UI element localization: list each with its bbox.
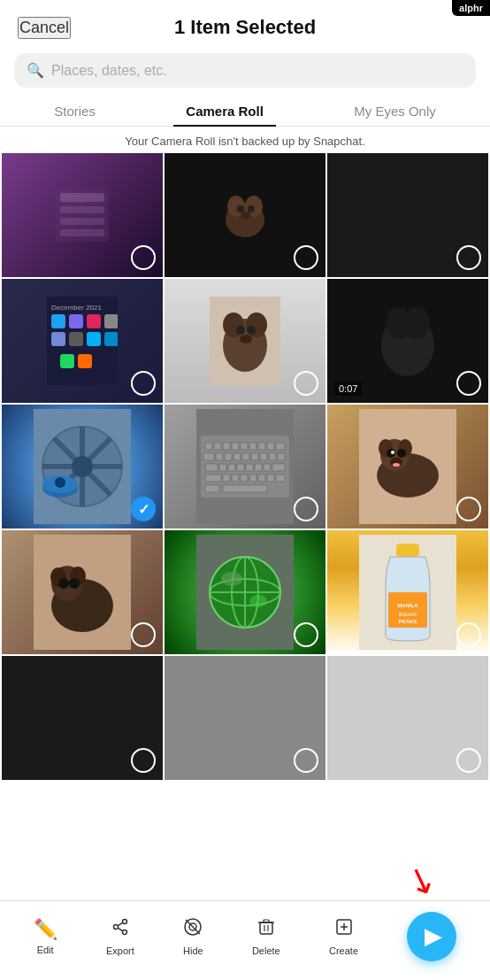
svg-rect-21	[60, 354, 74, 368]
svg-rect-18	[69, 332, 83, 346]
svg-rect-63	[278, 453, 285, 460]
svg-rect-48	[223, 443, 230, 450]
select-circle-11[interactable]	[294, 622, 318, 647]
grid-cell-13[interactable]	[2, 656, 163, 780]
search-bar[interactable]: 🔍 Places, dates, etc.	[14, 53, 476, 88]
grid-cell-11[interactable]	[165, 530, 325, 654]
svg-rect-59	[242, 453, 249, 460]
svg-point-27	[236, 326, 245, 335]
svg-text:BREAKS: BREAKS	[399, 612, 417, 617]
svg-point-88	[397, 449, 406, 458]
grid-cell-5[interactable]	[165, 279, 325, 403]
grid-cell-1[interactable]	[2, 153, 163, 277]
svg-rect-57	[225, 453, 232, 460]
page-title: 1 Item Selected	[174, 16, 316, 39]
svg-point-97	[58, 578, 69, 589]
edit-toolbar-item[interactable]: ✏️ Edit	[34, 918, 57, 955]
tab-stories[interactable]: Stories	[42, 96, 108, 126]
select-circle-13[interactable]	[131, 748, 156, 773]
svg-rect-52	[258, 443, 265, 450]
svg-rect-122	[260, 922, 272, 934]
export-label: Export	[106, 945, 134, 956]
svg-rect-70	[264, 464, 271, 471]
svg-rect-109	[396, 544, 419, 557]
svg-rect-50	[241, 443, 248, 450]
select-circle-15[interactable]	[456, 748, 481, 773]
select-circle-8[interactable]	[294, 497, 318, 521]
select-circle-10[interactable]	[131, 622, 156, 647]
fab-play-icon: ▶	[425, 922, 442, 950]
svg-rect-80	[223, 485, 267, 492]
search-icon: 🔍	[27, 62, 44, 79]
select-circle-7[interactable]	[131, 497, 156, 521]
svg-rect-56	[216, 453, 223, 460]
hide-toolbar-item[interactable]: Hide	[183, 917, 203, 956]
tab-camera-roll[interactable]: Camera Roll	[173, 96, 276, 126]
svg-rect-75	[241, 475, 248, 482]
grid-cell-12[interactable]: MANILA BREAKS PEAKS	[327, 530, 488, 654]
svg-rect-49	[232, 443, 239, 450]
item-selected-text: Item Selected	[190, 16, 316, 38]
select-circle-1[interactable]	[131, 245, 156, 270]
select-circle-12[interactable]	[456, 622, 481, 647]
svg-rect-54	[276, 443, 285, 450]
select-circle-5[interactable]	[294, 371, 318, 396]
svg-rect-1	[60, 193, 104, 202]
selection-count: 1	[174, 16, 185, 38]
tabs-container: Stories Camera Roll My Eyes Only	[0, 96, 490, 127]
svg-rect-69	[255, 464, 262, 471]
duration-badge-6: 0:07	[334, 382, 362, 396]
tab-my-eyes-only[interactable]: My Eyes Only	[341, 96, 448, 126]
svg-point-115	[122, 919, 126, 923]
svg-rect-76	[249, 475, 256, 482]
create-toolbar-item[interactable]: Create	[329, 917, 358, 956]
cancel-button[interactable]: Cancel	[18, 17, 71, 39]
grid-cell-8[interactable]	[165, 405, 325, 529]
create-label: Create	[329, 945, 358, 956]
edit-label: Edit	[37, 945, 54, 955]
select-circle-9[interactable]	[456, 497, 481, 521]
svg-rect-53	[267, 443, 274, 450]
select-circle-3[interactable]	[456, 245, 481, 270]
svg-rect-3	[60, 218, 104, 225]
svg-rect-4	[60, 229, 104, 236]
svg-text:December 2021: December 2021	[51, 304, 102, 312]
export-toolbar-item[interactable]: Export	[106, 917, 134, 956]
svg-point-114	[113, 924, 118, 929]
select-circle-4[interactable]	[131, 371, 156, 396]
backup-notice: Your Camera Roll isn't backed up by Snap…	[0, 130, 490, 153]
svg-point-107	[249, 595, 267, 607]
select-circle-2[interactable]	[294, 245, 318, 270]
grid-cell-6[interactable]: 0:07	[327, 279, 488, 403]
svg-rect-58	[234, 453, 241, 460]
grid-cell-3[interactable]	[327, 153, 488, 277]
grid-cell-15[interactable]	[327, 656, 488, 780]
delete-label: Delete	[252, 945, 280, 956]
select-circle-6[interactable]	[456, 371, 481, 396]
svg-point-10	[241, 212, 251, 219]
grid-cell-10[interactable]	[2, 530, 163, 654]
svg-rect-62	[269, 453, 276, 460]
hide-label: Hide	[183, 945, 203, 956]
grid-cell-2[interactable]	[165, 153, 325, 277]
photo-grid: December 2021 0:07	[0, 153, 490, 780]
svg-point-29	[240, 335, 252, 343]
svg-rect-61	[260, 453, 267, 460]
svg-rect-77	[258, 475, 265, 482]
svg-point-8	[237, 205, 244, 212]
grid-cell-4[interactable]: December 2021	[2, 279, 163, 403]
fab-button[interactable]: ▶	[407, 912, 456, 961]
svg-point-43	[55, 477, 65, 488]
svg-rect-71	[272, 464, 285, 471]
svg-rect-79	[276, 475, 285, 482]
grid-cell-7[interactable]	[2, 405, 163, 529]
grid-cell-9[interactable]	[327, 405, 488, 529]
svg-rect-15	[87, 314, 101, 328]
top-bar: Cancel 1 Item Selected	[0, 0, 490, 48]
select-circle-14[interactable]	[294, 748, 318, 773]
grid-cell-14[interactable]	[165, 656, 325, 780]
svg-line-118	[118, 928, 123, 931]
svg-rect-13	[51, 314, 65, 328]
delete-toolbar-item[interactable]: Delete	[252, 917, 280, 956]
svg-point-106	[221, 572, 242, 586]
